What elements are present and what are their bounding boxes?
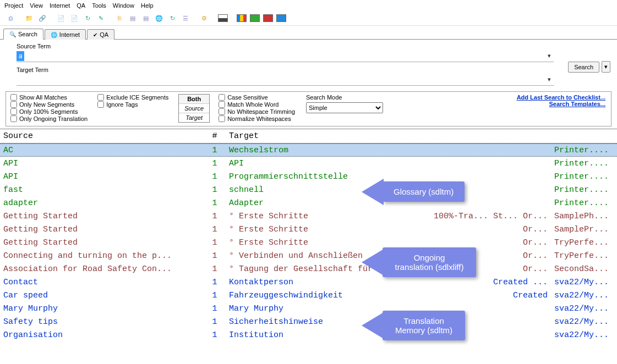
menu-help[interactable]: Help	[141, 2, 154, 9]
tab-strip: 🔍Search🌐Internet✔QA	[0, 27, 617, 40]
table-row[interactable]: API1ProgrammierschnittstellePrinter....	[0, 170, 617, 183]
doc-open-icon[interactable]: 📄	[69, 13, 79, 23]
table-row[interactable]: Organisation1Institutionsva22/My...	[0, 328, 617, 341]
flag-red-icon[interactable]	[263, 13, 273, 23]
col-source[interactable]: Source	[0, 130, 204, 142]
both-header[interactable]: Both	[179, 95, 209, 104]
target-option[interactable]: Target	[179, 113, 209, 122]
gear-icon[interactable]: ⚙	[199, 13, 209, 23]
option-case-sensitive[interactable]: Case Sensitive	[219, 94, 295, 101]
flag-blue-icon[interactable]	[276, 13, 286, 23]
checkbox[interactable]	[10, 94, 17, 101]
search-button[interactable]: Search	[568, 62, 599, 73]
search-icon: 🔍	[9, 31, 16, 37]
checkbox[interactable]	[97, 101, 104, 108]
col-number[interactable]: #	[204, 130, 226, 142]
table-row[interactable]: Safety tips1Sicherheitshinweisesva22/My.…	[0, 315, 617, 328]
search-mode-select[interactable]: Simple	[306, 102, 383, 113]
link-search-templates-[interactable]: Search Templates...	[517, 101, 605, 107]
cell-count: 1	[204, 185, 226, 195]
flag-multi-icon[interactable]	[237, 13, 247, 23]
table-row[interactable]: API1APIPrinter....	[0, 157, 617, 170]
cell-source: API	[0, 172, 204, 182]
option-only-segments[interactable]: Only 100% Segments	[10, 108, 88, 115]
checkbox[interactable]	[219, 115, 225, 122]
menu-window[interactable]: Window	[113, 2, 134, 9]
option-only-ongoing-translation[interactable]: Only Ongoing Translation	[10, 115, 88, 122]
checkbox[interactable]	[10, 108, 17, 115]
copy-icon[interactable]: ⎘	[114, 13, 124, 23]
menu-qa[interactable]: QA	[77, 2, 85, 9]
doc-refresh-icon[interactable]: ↻	[83, 13, 92, 23]
target-term-input[interactable]	[17, 75, 545, 85]
tab-label: Search	[18, 31, 37, 37]
checkbox[interactable]	[97, 94, 104, 101]
doc-icon[interactable]: ⎙	[6, 13, 15, 23]
table-row[interactable]: Contact1KontaktpersonCreated ...sva22/My…	[0, 275, 617, 289]
checkbox[interactable]	[219, 108, 225, 115]
source-term-combo[interactable]: ▾	[17, 50, 554, 62]
table-row[interactable]: Getting Started1° Erste Schritte100%-Tra…	[0, 209, 617, 223]
option-only-new-segments[interactable]: Only New Segments	[10, 101, 88, 108]
table-row[interactable]: Getting Started1° Erste SchritteOr...Try…	[0, 236, 617, 249]
col-target[interactable]: Target	[226, 130, 617, 142]
cell-file: sva22/My...	[551, 290, 617, 301]
cell-target: ° Erste Schritte	[226, 211, 424, 222]
cell-extra	[424, 150, 551, 151]
tab-qa[interactable]: ✔QA	[87, 29, 114, 40]
panel-icon[interactable]	[218, 13, 228, 23]
checkbox[interactable]	[219, 94, 225, 101]
menu-tools[interactable]: Tools	[92, 2, 106, 9]
table-row[interactable]: Getting Started1° Erste SchritteOr...Sam…	[0, 223, 617, 236]
refresh-icon[interactable]: ↻	[167, 13, 177, 23]
dropdown-icon[interactable]: ▾	[545, 52, 554, 59]
table-row[interactable]: AC1WechselstromPrinter....	[0, 144, 617, 157]
checkbox[interactable]	[10, 101, 17, 108]
dropdown-icon[interactable]: ▾	[545, 76, 554, 83]
menu-project[interactable]: Project	[4, 2, 23, 9]
cell-source: Getting Started	[0, 211, 204, 222]
page2-icon[interactable]: ▤	[141, 13, 151, 23]
cell-file: TryPerfe...	[551, 251, 617, 261]
cell-file: TryPerfe...	[551, 238, 617, 248]
table-row[interactable]: fast1schnellPrinter....	[0, 183, 617, 196]
source-target-selector[interactable]: Both Source Target	[178, 94, 210, 123]
option-no-whitespace-trimming[interactable]: No Whitespace Trimming	[219, 108, 295, 115]
option-normalize-whitespaces[interactable]: Normalize Whitespaces	[219, 115, 295, 122]
menu-view[interactable]: View	[30, 2, 43, 9]
option-match-whole-word[interactable]: Match Whole Word	[219, 101, 295, 108]
checkbox[interactable]	[219, 101, 225, 108]
option-label: Case Sensitive	[227, 94, 267, 101]
cell-file: Printer....	[551, 145, 617, 156]
menu-internet[interactable]: Internet	[50, 2, 70, 9]
table-row[interactable]: adapter1AdapterPrinter....	[0, 196, 617, 209]
table-row[interactable]: Mary Murphy1Mary Murphysva22/My...	[0, 302, 617, 315]
doc-new-icon[interactable]: 📄	[56, 13, 66, 23]
link-icon[interactable]: 🔗	[37, 13, 47, 23]
table-row[interactable]: Association for Road Safety Con...1° Tag…	[0, 262, 617, 275]
folder-icon[interactable]: 📁	[24, 13, 34, 23]
option-ignore-tags[interactable]: Ignore Tags	[97, 101, 168, 108]
target-term-combo[interactable]: ▾	[17, 74, 554, 86]
page-icon[interactable]: ▤	[128, 13, 138, 23]
source-option[interactable]: Source	[179, 104, 209, 113]
checkbox[interactable]	[10, 115, 17, 122]
cell-source: API	[0, 158, 204, 169]
list-icon[interactable]: ☰	[181, 13, 190, 23]
globe-icon[interactable]: 🌐	[154, 13, 164, 23]
cell-source: Organisation	[0, 330, 204, 340]
table-row[interactable]: Car speed1FahrzeuggeschwindigkeitCreated…	[0, 289, 617, 302]
flag-green-icon[interactable]	[250, 13, 260, 23]
search-dropdown-button[interactable]: ▾	[602, 61, 610, 73]
option-exclude-ice-segments[interactable]: Exclude ICE Segments	[97, 94, 168, 101]
doc-edit-icon[interactable]: ✎	[96, 13, 106, 23]
option-label: Exclude ICE Segments	[106, 94, 168, 101]
cell-extra: Or...	[424, 224, 551, 235]
link-add-last-search-to-checklist-[interactable]: Add Last Search to Checklist...	[517, 94, 605, 101]
cell-count: 1	[204, 158, 226, 169]
tab-search[interactable]: 🔍Search	[3, 29, 43, 40]
table-row[interactable]: Connecting and turning on the p...1° Ver…	[0, 249, 617, 262]
source-term-input[interactable]	[17, 51, 24, 61]
tab-internet[interactable]: 🌐Internet	[45, 29, 86, 40]
option-show-all-matches[interactable]: Show All Matches	[10, 94, 88, 101]
